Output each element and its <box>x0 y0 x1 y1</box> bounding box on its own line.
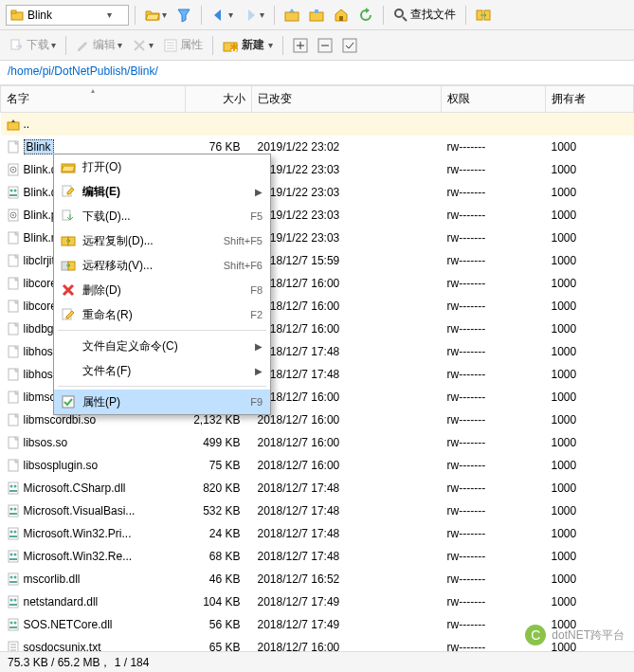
svg-rect-4 <box>315 9 318 13</box>
menu-item[interactable]: 远程移动(V)...Shift+F6 <box>54 253 270 278</box>
file-size: 56 KB <box>186 613 252 636</box>
file-perm: rw------- <box>442 181 546 204</box>
file-row[interactable]: mscorlib.dll46 KB2018/12/7 16:52rw------… <box>1 568 634 590</box>
menu-item[interactable]: 文件名(F)▶ <box>54 358 270 383</box>
menu-item[interactable]: 编辑(E)▶ <box>54 179 270 204</box>
menu-label: 文件名(F) <box>79 363 251 379</box>
filter-button[interactable] <box>172 6 195 25</box>
properties-icon <box>61 394 76 409</box>
context-menu: 打开(O)编辑(E)▶下载(D)...F5远程复制(D)...Shift+F5远… <box>53 154 271 415</box>
file-name: netstandard.dll <box>24 595 99 608</box>
svg-point-60 <box>9 553 12 555</box>
open-folder-button[interactable]: ▾ <box>141 6 171 25</box>
menu-label: 远程复制(D)... <box>79 233 224 249</box>
column-name[interactable]: ▴名字 <box>1 86 186 113</box>
menu-item[interactable]: 删除(D)F8 <box>54 278 270 302</box>
delete-button[interactable]: ▾ <box>128 36 157 55</box>
refresh-button[interactable] <box>354 6 377 25</box>
menu-shortcut: F9 <box>250 396 263 408</box>
menu-item[interactable]: 属性(P)F9 <box>54 390 270 414</box>
menu-shortcut: F8 <box>250 284 263 296</box>
svg-point-49 <box>13 484 16 487</box>
check-button[interactable] <box>338 36 361 55</box>
file-row[interactable]: libsosplugin.so75 KB2018/12/7 16:00rw---… <box>1 454 634 477</box>
secondary-toolbar: 下载▾ 编辑▾ ▾ 属性 ✱新建▾ <box>0 30 634 61</box>
file-perm: rw------- <box>442 204 546 227</box>
folder-name-input[interactable] <box>27 9 103 22</box>
dll-icon <box>7 595 20 608</box>
svg-point-52 <box>9 507 12 510</box>
file-row[interactable]: Microsoft.Win32.Pri...24 KB2018/12/7 17:… <box>1 522 634 545</box>
minus-button[interactable] <box>314 36 336 55</box>
find-files-button[interactable]: 查找文件 <box>389 5 460 25</box>
file-row[interactable]: Microsoft.VisualBasi...532 KB2018/12/7 1… <box>1 499 634 522</box>
properties-button[interactable]: 属性 <box>159 35 207 55</box>
file-icon <box>7 436 20 449</box>
file-name: Microsoft.Win32.Pri... <box>24 527 132 540</box>
folder-new-icon: ✱ <box>223 38 238 53</box>
file-row[interactable]: Microsoft.CSharp.dll820 KB2018/12/7 17:4… <box>1 477 634 499</box>
new-button[interactable]: ✱新建▾ <box>219 35 277 55</box>
dll-icon <box>7 186 20 199</box>
file-icon <box>7 231 20 245</box>
watermark: C dotNET跨平台 <box>525 625 625 645</box>
file-row[interactable]: netstandard.dll104 KB2018/12/7 17:49rw--… <box>1 590 634 613</box>
column-permissions[interactable]: 权限 <box>442 86 546 113</box>
column-changed[interactable]: 已改变 <box>252 86 442 113</box>
svg-rect-1 <box>11 10 16 13</box>
chevron-right-icon: ▶ <box>251 187 263 197</box>
svg-rect-87 <box>63 396 74 408</box>
file-owner: 1000 <box>546 204 634 227</box>
svg-rect-67 <box>9 596 18 608</box>
file-icon <box>7 459 20 472</box>
file-owner: 1000 <box>546 227 634 249</box>
file-row[interactable]: Microsoft.Win32.Re...68 KB2018/12/7 17:4… <box>1 545 634 568</box>
svg-rect-66 <box>9 581 17 583</box>
menu-item[interactable]: 下载(D)...F5 <box>54 204 270 228</box>
plus-button[interactable] <box>289 36 312 55</box>
back-button[interactable]: ▾ <box>208 6 237 25</box>
edit-icon <box>61 184 76 199</box>
column-size[interactable]: 大小 <box>186 86 252 113</box>
svg-rect-58 <box>9 536 17 537</box>
column-owner[interactable]: 拥有者 <box>546 86 634 113</box>
menu-item[interactable]: 文件自定义命令(C)▶ <box>54 334 270 358</box>
path-bar[interactable]: /home/pi/DotNetPublish/Blink/ <box>0 61 634 85</box>
svg-rect-29 <box>9 187 18 198</box>
forward-button[interactable]: ▾ <box>239 6 268 25</box>
file-perm: rw------- <box>442 272 546 295</box>
svg-rect-70 <box>9 604 17 606</box>
parent-dir-row[interactable]: .. <box>1 113 634 136</box>
home-button[interactable] <box>330 6 353 25</box>
folder-dropdown[interactable]: ▾ <box>6 5 129 26</box>
file-size: 499 KB <box>186 431 252 454</box>
svg-rect-50 <box>9 490 17 492</box>
edit-button[interactable]: 编辑▾ <box>72 35 126 55</box>
file-perm: rw------- <box>442 568 546 590</box>
file-icon <box>7 300 20 313</box>
menu-item[interactable]: 远程复制(D)...Shift+F5 <box>54 228 270 253</box>
file-row[interactable]: libsos.so499 KB2018/12/7 16:00rw-------1… <box>1 431 634 454</box>
download-button[interactable]: 下载▾ <box>6 35 60 55</box>
file-perm: rw------- <box>442 295 546 318</box>
svg-point-73 <box>13 621 16 624</box>
download-icon <box>61 209 76 224</box>
column-header-row: ▴名字 大小 已改变 权限 拥有者 <box>1 86 634 113</box>
menu-item[interactable]: 打开(O) <box>54 154 270 179</box>
svg-rect-71 <box>9 619 18 630</box>
svg-rect-51 <box>9 505 18 517</box>
file-owner: 1000 <box>546 545 634 568</box>
svg-point-72 <box>9 621 12 624</box>
sync-button[interactable] <box>472 6 495 25</box>
parent-folder-button[interactable] <box>281 6 303 25</box>
menu-item[interactable]: 重命名(R)F2 <box>54 302 270 327</box>
svg-line-7 <box>403 17 407 21</box>
file-owner: 1000 <box>546 136 634 158</box>
file-icon <box>7 345 20 358</box>
svg-point-56 <box>9 530 12 533</box>
file-perm: rw------- <box>442 363 546 386</box>
file-perm: rw------- <box>442 454 546 477</box>
file-owner: 1000 <box>546 295 634 318</box>
root-folder-button[interactable] <box>305 6 328 25</box>
download-icon <box>9 38 25 53</box>
